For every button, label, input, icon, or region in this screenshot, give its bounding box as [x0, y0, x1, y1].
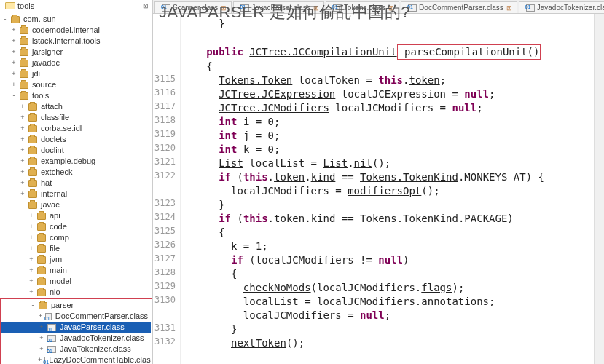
expand-icon[interactable]: + — [10, 58, 17, 68]
expand-icon[interactable]: + — [10, 47, 17, 58]
tree-item[interactable]: +nio — [0, 287, 152, 298]
tree-item[interactable]: +LazyDocCommentTable.clas — [1, 355, 151, 364]
tree-item[interactable]: +file — [0, 243, 152, 254]
code-content[interactable]: } public JCTree.JCCompilationUnit parseC… — [181, 14, 594, 364]
expand-icon[interactable]: + — [28, 210, 35, 221]
code-line[interactable]: Tokens.Token localToken = this.token; — [188, 74, 594, 87]
expand-icon[interactable]: + — [28, 287, 35, 298]
tree-item[interactable]: +attach — [0, 101, 152, 112]
tree-item[interactable]: -javac — [0, 199, 152, 210]
tree-item[interactable]: +jdi — [0, 68, 152, 79]
tab-close-icon[interactable]: ⊠ — [506, 4, 512, 12]
expand-icon[interactable]: - — [10, 90, 17, 101]
code-line[interactable]: } — [188, 198, 594, 212]
code-line[interactable]: int k = 0; — [188, 143, 594, 157]
tree-item[interactable]: +JavaTokenizer.class — [1, 344, 151, 355]
expand-icon[interactable]: + — [28, 232, 35, 243]
expand-icon[interactable]: + — [38, 333, 45, 344]
pkg-icon — [37, 213, 46, 220]
tree-item[interactable]: +extcheck — [0, 167, 152, 178]
tree-item[interactable]: +doclets — [0, 134, 152, 145]
tree-item[interactable]: +DocCommentParser.class — [1, 311, 151, 322]
tree-item[interactable]: +classfile — [0, 112, 152, 123]
code-line[interactable]: if (this.token.kind == Tokens.TokenKind.… — [188, 170, 594, 184]
expand-icon[interactable]: + — [10, 68, 17, 79]
tree-item[interactable]: +codemodel.internal — [0, 25, 152, 36]
code-line[interactable]: int i = 0; — [188, 115, 594, 129]
code-line[interactable]: { — [188, 60, 594, 74]
code-line[interactable]: List localList = List.nil(); — [188, 157, 594, 170]
expand-icon[interactable]: + — [10, 36, 17, 47]
tree-view[interactable]: -com. sun+codemodel.internal+istack.inte… — [0, 12, 152, 364]
code-line[interactable]: localJCModifiers = null; — [188, 309, 594, 323]
editor-tab[interactable]: DocCommentParser.class⊠ — [401, 1, 517, 13]
expand-icon[interactable]: + — [38, 311, 43, 322]
expand-icon[interactable]: + — [28, 254, 35, 265]
tree-item[interactable]: +doclint — [0, 145, 152, 156]
tree-item[interactable]: +main — [0, 265, 152, 276]
code-line[interactable]: public JCTree.JCCompilationUnit parseCom… — [188, 44, 594, 60]
explorer-header[interactable]: tools ⊠ — [0, 0, 152, 12]
code-line[interactable]: { — [188, 267, 594, 281]
expand-icon[interactable]: + — [19, 178, 26, 189]
pkg-icon — [20, 49, 28, 56]
code-line[interactable] — [188, 31, 594, 44]
code-line[interactable]: localList = localJCModifiers.annotations… — [188, 295, 594, 309]
code-line[interactable]: JCTree.JCModifiers localJCModifiers = nu… — [188, 101, 594, 115]
code-line[interactable]: nextToken(); — [188, 336, 594, 350]
expand-icon[interactable]: + — [38, 355, 42, 364]
expand-icon[interactable]: + — [28, 265, 35, 276]
expand-icon[interactable]: + — [19, 156, 26, 167]
code-line[interactable]: if (this.token.kind == Tokens.TokenKind.… — [188, 212, 594, 226]
expand-icon[interactable]: + — [19, 123, 26, 134]
tree-item[interactable]: +hat — [0, 178, 152, 189]
code-line[interactable]: JCTree.JCExpression localJCExpression = … — [188, 87, 594, 101]
code-line[interactable]: { — [188, 226, 594, 240]
vertical-scrollbar[interactable] — [594, 14, 604, 364]
tree-item[interactable]: +JavadocTokenizer.class — [1, 333, 151, 344]
expand-icon[interactable]: + — [19, 134, 26, 145]
tree-item[interactable]: +code — [0, 221, 152, 232]
expand-icon[interactable]: + — [28, 221, 35, 232]
pkg-icon — [37, 289, 46, 296]
expand-icon[interactable]: - — [1, 14, 9, 25]
expand-icon[interactable]: + — [19, 112, 26, 123]
expand-icon[interactable]: + — [38, 344, 45, 355]
close-icon[interactable]: ⊠ — [142, 2, 149, 9]
pkg-icon — [37, 245, 46, 253]
expand-icon[interactable]: + — [28, 276, 35, 287]
expand-icon[interactable]: + — [19, 167, 26, 178]
code-line[interactable]: k = 1; — [188, 240, 594, 253]
expand-icon[interactable]: + — [19, 145, 26, 156]
tree-root[interactable]: -com. sun — [0, 14, 152, 25]
tree-item[interactable]: +example.debug — [0, 156, 152, 167]
expand-icon[interactable]: + — [10, 25, 17, 36]
tree-item[interactable]: +istack.internal.tools — [0, 36, 152, 47]
tree-item[interactable]: +jvm — [0, 254, 152, 265]
tree-item[interactable]: +model — [0, 276, 152, 287]
code-line[interactable]: checkNoMods(localJCModifiers.flags); — [188, 281, 594, 295]
tree-item[interactable]: +javadoc — [0, 58, 152, 68]
tree-item[interactable]: +source — [0, 79, 152, 90]
tree-item[interactable]: -parser — [1, 300, 151, 311]
tree-item[interactable]: +JavacParser.class — [1, 322, 151, 333]
tree-item[interactable]: -tools — [0, 90, 152, 101]
code-line[interactable]: } — [188, 323, 594, 336]
expand-icon[interactable]: - — [19, 199, 26, 210]
code-line[interactable]: if (localJCModifiers != null) — [188, 253, 594, 267]
expand-icon[interactable]: + — [10, 79, 17, 90]
pkg-icon — [20, 38, 28, 45]
tree-item[interactable]: +api — [0, 210, 152, 221]
tree-item[interactable]: +comp — [0, 232, 152, 243]
pkg-icon — [39, 302, 47, 309]
code-line[interactable]: int j = 0; — [188, 129, 594, 143]
expand-icon[interactable]: + — [19, 189, 26, 199]
expand-icon[interactable]: + — [28, 243, 35, 254]
tree-item[interactable]: +corba.se.idl — [0, 123, 152, 134]
expand-icon[interactable]: - — [29, 300, 36, 311]
code-line[interactable]: localJCModifiers = modifiersOpt(); — [188, 184, 594, 198]
expand-icon[interactable]: + — [19, 101, 26, 112]
tree-item[interactable]: +jarsigner — [0, 47, 152, 58]
tree-item[interactable]: +internal — [0, 189, 152, 199]
editor-tab[interactable]: JavadocTokenizer.class⊠ — [519, 1, 604, 13]
